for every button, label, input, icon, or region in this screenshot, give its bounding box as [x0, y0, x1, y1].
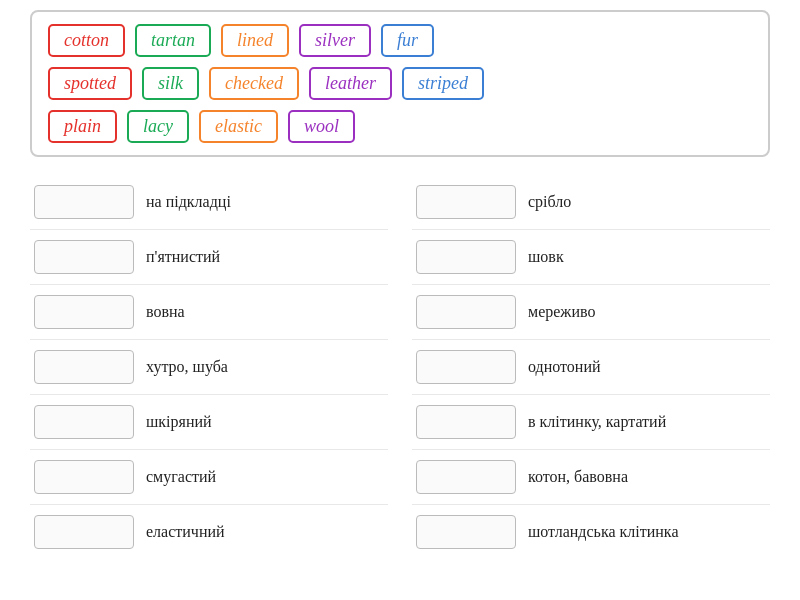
word-bank-row-1: spottedsilkcheckedleatherstriped: [48, 67, 752, 100]
word-tag-tartan[interactable]: tartan: [135, 24, 211, 57]
match-right-item-5: котон, бавовна: [412, 450, 770, 505]
match-left-item-6: еластичний: [30, 505, 388, 559]
match-left-label-0: на підкладці: [146, 192, 231, 213]
drop-box-right-0[interactable]: [416, 185, 516, 219]
match-right-label-1: шовк: [528, 247, 564, 268]
match-right-item-1: шовк: [412, 230, 770, 285]
word-tag-elastic[interactable]: elastic: [199, 110, 278, 143]
match-right-label-2: мереживо: [528, 302, 595, 323]
match-left-label-5: смугастий: [146, 467, 216, 488]
match-left-item-0: на підкладці: [30, 175, 388, 230]
match-right-item-4: в клітинку, картатий: [412, 395, 770, 450]
match-right-label-4: в клітинку, картатий: [528, 412, 666, 433]
match-left-label-2: вовна: [146, 302, 185, 323]
word-tag-plain[interactable]: plain: [48, 110, 117, 143]
word-bank: cottontartanlinedsilverfurspottedsilkche…: [30, 10, 770, 157]
match-left-item-5: смугастий: [30, 450, 388, 505]
match-right-label-0: срібло: [528, 192, 571, 213]
match-right-item-0: срібло: [412, 175, 770, 230]
word-tag-cotton[interactable]: cotton: [48, 24, 125, 57]
word-tag-spotted[interactable]: spotted: [48, 67, 132, 100]
word-tag-silver[interactable]: silver: [299, 24, 371, 57]
drop-box-right-4[interactable]: [416, 405, 516, 439]
match-right-item-6: шотландська клітинка: [412, 505, 770, 559]
match-right-label-6: шотландська клітинка: [528, 522, 678, 543]
match-right-item-2: мереживо: [412, 285, 770, 340]
match-left-label-1: п'ятнистий: [146, 247, 220, 268]
match-right-label-3: однотоний: [528, 357, 601, 378]
match-left-item-4: шкіряний: [30, 395, 388, 450]
match-right-column: сріблошовкмереживооднотонийв клітинку, к…: [412, 175, 770, 559]
word-bank-row-0: cottontartanlinedsilverfur: [48, 24, 752, 57]
drop-box-right-2[interactable]: [416, 295, 516, 329]
match-area: на підкладціп'ятнистийвовнахутро, шубашк…: [30, 175, 770, 559]
word-tag-lacy[interactable]: lacy: [127, 110, 189, 143]
match-left-column: на підкладціп'ятнистийвовнахутро, шубашк…: [30, 175, 388, 559]
match-left-item-1: п'ятнистий: [30, 230, 388, 285]
drop-box-left-1[interactable]: [34, 240, 134, 274]
drop-box-right-1[interactable]: [416, 240, 516, 274]
drop-box-right-5[interactable]: [416, 460, 516, 494]
word-tag-striped[interactable]: striped: [402, 67, 484, 100]
match-left-item-3: хутро, шуба: [30, 340, 388, 395]
match-left-label-3: хутро, шуба: [146, 357, 228, 378]
drop-box-left-2[interactable]: [34, 295, 134, 329]
drop-box-left-0[interactable]: [34, 185, 134, 219]
word-tag-fur[interactable]: fur: [381, 24, 434, 57]
word-tag-lined[interactable]: lined: [221, 24, 289, 57]
drop-box-right-6[interactable]: [416, 515, 516, 549]
match-right-item-3: однотоний: [412, 340, 770, 395]
word-tag-silk[interactable]: silk: [142, 67, 199, 100]
drop-box-left-5[interactable]: [34, 460, 134, 494]
drop-box-right-3[interactable]: [416, 350, 516, 384]
word-tag-checked[interactable]: checked: [209, 67, 299, 100]
drop-box-left-3[interactable]: [34, 350, 134, 384]
word-tag-leather[interactable]: leather: [309, 67, 392, 100]
word-tag-wool[interactable]: wool: [288, 110, 355, 143]
drop-box-left-6[interactable]: [34, 515, 134, 549]
word-bank-row-2: plainlacyelasticwool: [48, 110, 752, 143]
match-right-label-5: котон, бавовна: [528, 467, 628, 488]
match-left-label-6: еластичний: [146, 522, 225, 543]
match-left-item-2: вовна: [30, 285, 388, 340]
drop-box-left-4[interactable]: [34, 405, 134, 439]
match-left-label-4: шкіряний: [146, 412, 212, 433]
